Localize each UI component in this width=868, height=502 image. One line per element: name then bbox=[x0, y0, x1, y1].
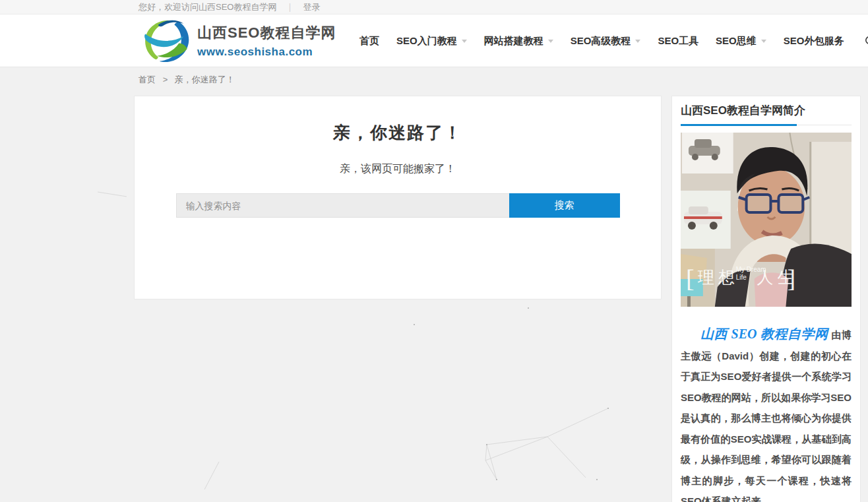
chevron-down-icon bbox=[462, 40, 467, 43]
photo-caption-small-bottom: Life bbox=[736, 274, 747, 281]
photo-caption-ideal: 理 想 bbox=[697, 268, 735, 286]
topbar: 您好，欢迎访问山西SEO教程自学网 ｜ 登录 bbox=[0, 0, 868, 15]
breadcrumb: 首页 > 亲，你迷路了！ bbox=[139, 74, 235, 86]
search-input[interactable] bbox=[176, 193, 509, 218]
site-title: 山西SEO教程自学网 bbox=[197, 23, 336, 43]
photo-caption-bracket-right: ] bbox=[787, 265, 795, 292]
nav-item-site-building[interactable]: 网站搭建教程 bbox=[484, 35, 553, 47]
nav-label: SEO外包服务 bbox=[784, 35, 844, 47]
intro-text: 由博主傲远（David）创建，创建的初心在于真正为SEO爱好者提供一个系统学习S… bbox=[681, 329, 852, 502]
main-nav: 首页 SEO入门教程 网站搭建教程 SEO高级教程 SEO工具 SEO思维 SE… bbox=[359, 15, 868, 67]
search-icon[interactable] bbox=[865, 36, 868, 47]
site-url: www.seoshisha.com bbox=[197, 46, 336, 59]
search-form: 搜索 bbox=[176, 193, 620, 218]
nav-label: SEO思维 bbox=[716, 35, 757, 47]
nav-item-seo-outsourcing[interactable]: SEO外包服务 bbox=[784, 35, 844, 47]
sidebar-heading: 山西SEO教程自学网简介 bbox=[681, 96, 852, 125]
intro-site-link[interactable]: 山西 SEO 教程自学网 bbox=[700, 327, 828, 341]
sidebar-heading-text: 山西SEO教程自学网简介 bbox=[681, 104, 805, 117]
breadcrumb-separator: > bbox=[163, 75, 168, 84]
topbar-separator: ｜ bbox=[286, 2, 294, 12]
nav-label: 网站搭建教程 bbox=[484, 35, 543, 47]
logo-swoosh-icon bbox=[140, 18, 193, 64]
nav-item-seo-thinking[interactable]: SEO思维 bbox=[716, 35, 766, 47]
breadcrumb-current: 亲，你迷路了！ bbox=[175, 75, 235, 84]
nav-item-seo-advanced[interactable]: SEO高级教程 bbox=[571, 35, 641, 47]
not-found-card: 亲，你迷路了！ 亲，该网页可能搬家了！ 搜索 bbox=[134, 96, 662, 299]
profile-photo: [ 理 想 My Dream Life 人 生 ] bbox=[681, 133, 852, 307]
chevron-down-icon bbox=[548, 40, 553, 43]
page-subtitle: 亲，该网页可能搬家了！ bbox=[135, 162, 661, 176]
login-link[interactable]: 登录 bbox=[303, 2, 320, 12]
site-logo[interactable]: 山西SEO教程自学网 www.seoshisha.com bbox=[140, 18, 336, 64]
photo-caption-bracket-left: [ bbox=[686, 265, 695, 292]
welcome-text: 您好，欢迎访问山西SEO教程自学网 bbox=[139, 2, 276, 12]
nav-label: 首页 bbox=[359, 35, 379, 47]
nav-label: SEO工具 bbox=[658, 35, 698, 47]
nav-label: SEO入门教程 bbox=[396, 35, 457, 47]
chevron-down-icon bbox=[635, 40, 640, 43]
nav-item-home[interactable]: 首页 bbox=[359, 35, 379, 47]
page-title: 亲，你迷路了！ bbox=[135, 121, 661, 144]
nav-label: SEO高级教程 bbox=[571, 35, 631, 47]
chevron-down-icon bbox=[761, 40, 766, 43]
search-button[interactable]: 搜索 bbox=[509, 193, 620, 218]
nav-item-seo-beginner[interactable]: SEO入门教程 bbox=[396, 35, 467, 47]
nav-item-seo-tools[interactable]: SEO工具 bbox=[658, 35, 698, 47]
sidebar-intro-widget: 山西SEO教程自学网简介 bbox=[671, 96, 861, 502]
page: 您好，欢迎访问山西SEO教程自学网 ｜ 登录 山西SEO教程自学网 www.se… bbox=[0, 0, 868, 502]
site-intro-paragraph: 山西 SEO 教程自学网由博主傲远（David）创建，创建的初心在于真正为SEO… bbox=[681, 324, 852, 502]
site-header: 山西SEO教程自学网 www.seoshisha.com 首页 SEO入门教程 … bbox=[0, 15, 868, 67]
breadcrumb-home-link[interactable]: 首页 bbox=[139, 75, 156, 84]
